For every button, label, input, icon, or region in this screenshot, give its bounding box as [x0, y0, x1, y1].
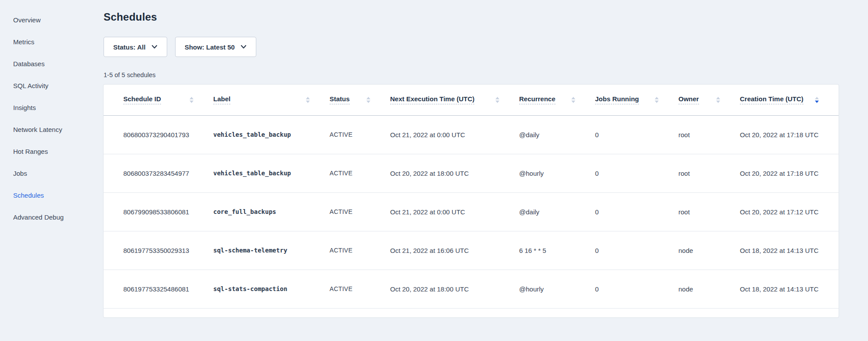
sort-icon	[716, 97, 720, 103]
recurrence-cell: @hourly	[519, 154, 595, 192]
recurrence-cell: @daily	[519, 115, 595, 154]
recurrence-cell: 6 16 * * 5	[519, 231, 595, 270]
sort-icon	[815, 97, 819, 103]
schedule-id-cell: 806197753325486081	[104, 270, 213, 308]
column-header-status[interactable]: Status	[330, 85, 390, 115]
chevron-down-icon	[240, 45, 247, 49]
owner-cell: node	[678, 270, 740, 308]
next-execution-cell: Oct 20, 2022 at 18:00 UTC	[390, 154, 519, 192]
creation-time-cell: Oct 20, 2022 at 17:18 UTC	[740, 154, 839, 192]
next-execution-cell: Oct 21, 2022 at 16:06 UTC	[390, 231, 519, 270]
recurrence-cell: @hourly	[519, 270, 595, 308]
sidebar-item-insights[interactable]: Insights	[0, 97, 104, 119]
schedule-id-cell: 806799098533806081	[104, 192, 213, 231]
jobs-running-cell: 0	[595, 270, 678, 308]
column-header-creation-time-utc[interactable]: Creation Time (UTC)	[740, 85, 839, 115]
column-header-schedule-id[interactable]: Schedule ID	[104, 85, 213, 115]
schedules-table: Schedule IDLabelStatusNext Execution Tim…	[104, 85, 839, 309]
column-header-label[interactable]: Label	[213, 85, 330, 115]
owner-cell: root	[678, 115, 740, 154]
schedule-label-link[interactable]: vehicles_table_backup	[213, 115, 330, 154]
status-cell: ACTIVE	[330, 154, 390, 192]
sort-icon	[306, 97, 310, 103]
next-execution-cell: Oct 21, 2022 at 0:00 UTC	[390, 192, 519, 231]
status-cell: ACTIVE	[330, 231, 390, 270]
sidebar-item-databases[interactable]: Databases	[0, 53, 104, 75]
sort-icon	[571, 97, 575, 103]
status-cell: ACTIVE	[330, 192, 390, 231]
schedule-id-cell: 806800373283454977	[104, 154, 213, 192]
sort-icon	[190, 97, 194, 103]
column-header-recurrence[interactable]: Recurrence	[519, 85, 595, 115]
table-row: 806800373283454977vehicles_table_backupA…	[104, 154, 839, 192]
status-filter-label: Status: All	[113, 43, 146, 51]
column-label: Schedule ID	[123, 95, 161, 104]
column-label: Next Execution Time (UTC)	[390, 95, 474, 104]
schedules-table-card: Schedule IDLabelStatusNext Execution Tim…	[104, 85, 839, 317]
creation-time-cell: Oct 20, 2022 at 17:18 UTC	[740, 115, 839, 154]
sort-icon	[655, 97, 659, 103]
column-label: Label	[213, 95, 230, 104]
sidebar-item-overview[interactable]: Overview	[0, 9, 104, 31]
column-header-next-execution-time-utc[interactable]: Next Execution Time (UTC)	[390, 85, 519, 115]
status-filter-dropdown[interactable]: Status: All	[104, 37, 167, 57]
sidebar-item-advanced-debug[interactable]: Advanced Debug	[0, 206, 104, 228]
main-content: Schedules Status: All Show: Latest 50 1-…	[104, 0, 839, 317]
schedule-id-cell: 806800373290401793	[104, 115, 213, 154]
sort-icon	[366, 97, 370, 103]
filter-bar: Status: All Show: Latest 50	[104, 37, 839, 57]
jobs-running-cell: 0	[595, 192, 678, 231]
status-cell: ACTIVE	[330, 115, 390, 154]
sidebar-item-jobs[interactable]: Jobs	[0, 163, 104, 185]
sidebar: OverviewMetricsDatabasesSQL ActivityInsi…	[0, 9, 104, 228]
next-execution-cell: Oct 21, 2022 at 0:00 UTC	[390, 115, 519, 154]
column-label: Recurrence	[519, 95, 556, 104]
schedule-label-link[interactable]: core_full_backups	[213, 192, 330, 231]
schedule-label-link[interactable]: sql-schema-telemetry	[213, 231, 330, 270]
jobs-running-cell: 0	[595, 154, 678, 192]
results-count: 1-5 of 5 schedules	[104, 71, 839, 78]
table-row: 806799098533806081core_full_backupsACTIV…	[104, 192, 839, 231]
sidebar-item-network-latency[interactable]: Network Latency	[0, 119, 104, 141]
column-header-jobs-running[interactable]: Jobs Running	[595, 85, 678, 115]
recurrence-cell: @daily	[519, 192, 595, 231]
page-title: Schedules	[104, 11, 839, 24]
sidebar-item-hot-ranges[interactable]: Hot Ranges	[0, 141, 104, 163]
column-header-owner[interactable]: Owner	[678, 85, 740, 115]
schedule-label-link[interactable]: sql-stats-compaction	[213, 270, 330, 308]
sidebar-item-sql-activity[interactable]: SQL Activity	[0, 75, 104, 97]
table-row: 806197753350029313sql-schema-telemetryAC…	[104, 231, 839, 270]
table-row: 806197753325486081sql-stats-compactionAC…	[104, 270, 839, 308]
column-label: Status	[330, 95, 350, 104]
owner-cell: root	[678, 192, 740, 231]
column-label: Owner	[678, 95, 699, 104]
creation-time-cell: Oct 20, 2022 at 17:12 UTC	[740, 192, 839, 231]
creation-time-cell: Oct 18, 2022 at 14:13 UTC	[740, 270, 839, 308]
next-execution-cell: Oct 20, 2022 at 18:00 UTC	[390, 270, 519, 308]
status-cell: ACTIVE	[330, 270, 390, 308]
sort-icon	[495, 97, 499, 103]
table-row: 806800373290401793vehicles_table_backupA…	[104, 115, 839, 154]
jobs-running-cell: 0	[595, 115, 678, 154]
table-header-row: Schedule IDLabelStatusNext Execution Tim…	[104, 85, 839, 115]
jobs-running-cell: 0	[595, 231, 678, 270]
sidebar-item-metrics[interactable]: Metrics	[0, 31, 104, 53]
show-filter-dropdown[interactable]: Show: Latest 50	[175, 37, 256, 57]
schedule-id-cell: 806197753350029313	[104, 231, 213, 270]
schedule-label-link[interactable]: vehicles_table_backup	[213, 154, 330, 192]
column-label: Creation Time (UTC)	[740, 95, 803, 104]
chevron-down-icon	[151, 45, 158, 49]
sidebar-item-schedules[interactable]: Schedules	[0, 185, 104, 206]
show-filter-label: Show: Latest 50	[185, 43, 235, 51]
creation-time-cell: Oct 18, 2022 at 14:13 UTC	[740, 231, 839, 270]
column-label: Jobs Running	[595, 95, 639, 104]
owner-cell: root	[678, 154, 740, 192]
owner-cell: node	[678, 231, 740, 270]
